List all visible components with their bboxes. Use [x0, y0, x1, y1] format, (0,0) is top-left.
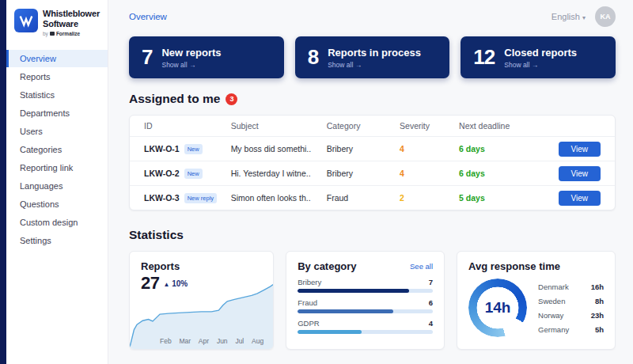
bar-track: [298, 289, 433, 293]
report-category: Bribery: [327, 144, 400, 154]
sidebar-item-reports[interactable]: Reports: [6, 68, 108, 85]
stat-value: 7: [142, 45, 152, 70]
sidebar-item-categories[interactable]: Categories: [6, 141, 108, 158]
statistics-heading: Statistics: [129, 228, 616, 242]
left-accent-rail: [0, 0, 6, 364]
reports-total-value: 27: [141, 273, 159, 294]
bar-track: [298, 309, 433, 313]
sidebar-item-statistics[interactable]: Statistics: [6, 86, 108, 104]
category-label: Fraud: [298, 298, 317, 307]
language-label: English: [552, 12, 580, 21]
brand-byline: by Formalize: [43, 31, 100, 36]
breadcrumb[interactable]: Overview: [129, 12, 167, 21]
show-all-label: Show all: [161, 61, 187, 69]
country-label: Denmark: [538, 282, 569, 291]
x-tick: Jul: [235, 337, 244, 345]
chevron-down-icon: ▾: [582, 14, 586, 21]
by-category-card: By category See all Bribery 7 Fraud 6: [286, 251, 445, 350]
category-bar-row: Bribery 7: [298, 278, 433, 293]
table-row[interactable]: LKW-O-1 New My boss did somethi.. Briber…: [130, 136, 615, 161]
category-bar-row: Fraud 6: [298, 298, 433, 313]
reports-chart-header: Reports 27 ▲ 10%: [141, 260, 188, 294]
x-tick: Mar: [179, 337, 191, 345]
arrow-right-icon: →: [189, 61, 196, 69]
report-severity: 4: [400, 169, 459, 178]
show-all-link[interactable]: Show all →: [504, 61, 577, 69]
assigned-count-badge: 3: [226, 93, 237, 105]
category-label: GDPR: [298, 319, 319, 328]
sidebar-item-users[interactable]: Users: [6, 123, 108, 140]
reports-change-indicator: ▲ 10%: [163, 279, 188, 288]
country-row: Norway 23h: [538, 308, 604, 322]
reports-chart-title: Reports: [141, 260, 188, 272]
show-all-label: Show all: [328, 61, 353, 69]
country-value: 23h: [591, 311, 604, 320]
show-all-link[interactable]: Show all →: [161, 61, 221, 69]
view-button[interactable]: View: [559, 166, 601, 181]
table-header-row: ID Subject Category Severity Next deadli…: [130, 116, 615, 136]
country-row: Denmark 16h: [538, 279, 604, 294]
avg-response-card: Avg response time 14h Denmark 16h Sweden: [457, 251, 616, 350]
report-subject: Hi. Yesterday I witne..: [231, 169, 327, 178]
stat-card-reports-in-process[interactable]: 8 Reports in process Show all →: [295, 36, 450, 78]
sidebar-nav: Overview Reports Statistics Departments …: [6, 50, 108, 249]
assigned-to-me-heading: Assigned to me 3: [129, 92, 616, 106]
sidebar-item-reporting-link[interactable]: Reporting link: [6, 159, 108, 176]
arrow-right-icon: →: [532, 61, 539, 69]
sidebar-item-custom-design[interactable]: Custom design: [6, 214, 108, 231]
main-content: Overview English ▾ KA 7 New reports Show…: [108, 0, 633, 364]
stat-card-closed-reports[interactable]: 12 Closed reports Show all →: [461, 36, 616, 78]
table-row[interactable]: LKW-O-2 New Hi. Yesterday I witne.. Brib…: [130, 161, 615, 185]
category-value: 7: [429, 278, 433, 286]
status-badge: New: [184, 144, 203, 154]
sidebar-item-languages[interactable]: Languages: [6, 177, 108, 195]
col-header-deadline: Next deadline: [459, 121, 536, 131]
topbar-right: English ▾ KA: [552, 6, 616, 27]
brand-logo-block[interactable]: Whistleblower Software by Formalize: [6, 0, 108, 44]
table-row[interactable]: LKW-O-3 New reply Simon often looks th..…: [130, 185, 615, 210]
response-time-donut: 14h: [468, 279, 527, 337]
report-id: LKW-O-1: [144, 144, 180, 154]
sidebar-item-overview[interactable]: Overview: [6, 50, 108, 67]
report-id: LKW-O-3: [144, 193, 180, 203]
statistics-title-text: Statistics: [129, 228, 184, 242]
bar-track: [298, 330, 433, 334]
country-label: Germany: [538, 325, 569, 334]
report-category: Bribery: [327, 169, 400, 178]
see-all-link[interactable]: See all: [410, 262, 433, 271]
category-value: 6: [429, 298, 433, 307]
app-window: Whistleblower Software by Formalize Over…: [0, 0, 633, 364]
show-all-link[interactable]: Show all →: [328, 61, 421, 69]
report-severity: 4: [400, 144, 459, 154]
x-tick: Aug: [252, 337, 263, 345]
col-header-id: ID: [144, 121, 231, 131]
stat-value: 12: [473, 45, 495, 70]
stat-value: 8: [308, 45, 318, 70]
avatar[interactable]: KA: [595, 6, 616, 27]
country-row: Sweden 8h: [538, 294, 604, 308]
sidebar-item-departments[interactable]: Departments: [6, 104, 108, 122]
report-subject: Simon often looks th..: [231, 193, 327, 203]
brand-name-line2: Software: [43, 19, 100, 29]
stat-title: New reports: [161, 47, 221, 59]
statistics-cards-row: Reports 27 ▲ 10% Feb Mar: [129, 251, 616, 350]
category-label: Bribery: [298, 278, 321, 286]
language-selector[interactable]: English ▾: [552, 12, 586, 21]
formalize-logo-icon: [50, 32, 55, 36]
view-button[interactable]: View: [559, 191, 601, 206]
country-value: 8h: [595, 297, 604, 305]
sidebar: Whistleblower Software by Formalize Over…: [6, 0, 108, 364]
sidebar-item-settings[interactable]: Settings: [6, 232, 108, 249]
x-tick: Jun: [217, 337, 228, 345]
view-button[interactable]: View: [559, 142, 601, 157]
stat-card-new-reports[interactable]: 7 New reports Show all →: [129, 36, 284, 78]
country-list: Denmark 16h Sweden 8h Norway 23h Germa: [538, 279, 604, 336]
x-tick: Feb: [160, 337, 172, 345]
assigned-title-text: Assigned to me: [129, 92, 220, 106]
show-all-label: Show all: [504, 61, 529, 69]
x-tick: Apr: [199, 337, 209, 345]
col-header-category: Category: [327, 121, 400, 131]
arrow-right-icon: →: [355, 61, 362, 69]
sidebar-item-questions[interactable]: Questions: [6, 195, 108, 213]
bar-fill: [298, 309, 393, 313]
